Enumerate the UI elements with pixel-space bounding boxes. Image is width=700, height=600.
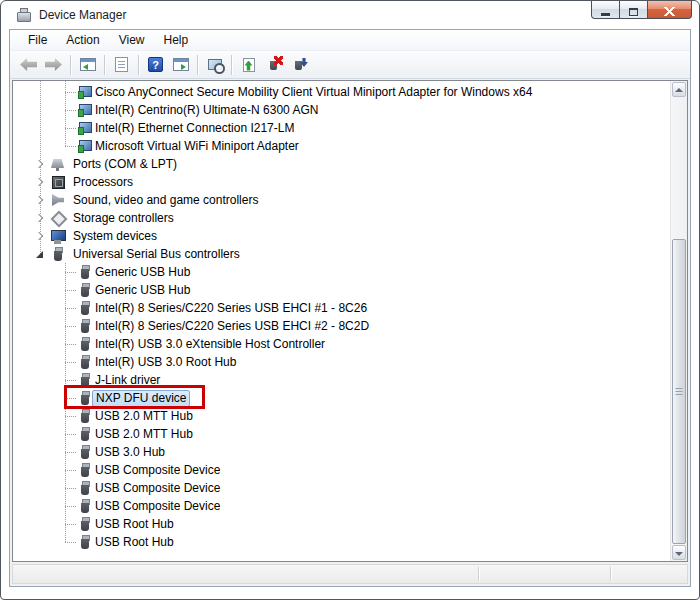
menu-file[interactable]: File xyxy=(20,31,55,49)
show-action-pane-icon xyxy=(173,58,189,71)
serial-port-icon xyxy=(50,156,66,172)
scan-hardware-changes-button[interactable] xyxy=(287,53,310,76)
arrow-down-icon xyxy=(675,552,683,556)
highlight-red-box xyxy=(64,385,205,409)
device-manager-app-icon xyxy=(16,8,32,22)
expand-toggle-icon[interactable] xyxy=(34,159,45,170)
tree-row[interactable]: USB 2.0 MTT Hub xyxy=(13,407,670,425)
tree-row[interactable]: Processors xyxy=(13,173,670,191)
uninstall-icon xyxy=(269,58,278,71)
expand-toggle-icon[interactable] xyxy=(34,195,45,206)
tree-row-label: System devices xyxy=(70,228,160,244)
tree-row[interactable]: Intel(R) 8 Series/C220 Series USB EHCI #… xyxy=(13,317,670,335)
usb-device-icon xyxy=(77,354,93,370)
show-console-tree-button[interactable] xyxy=(76,53,99,76)
help-button[interactable] xyxy=(144,53,167,76)
tree-row[interactable]: Cisco AnyConnect Secure Mobility Client … xyxy=(13,83,670,101)
tree-row[interactable]: Intel(R) Centrino(R) Ultimate-N 6300 AGN xyxy=(13,101,670,119)
back-button[interactable] xyxy=(17,53,40,76)
usb-device-icon xyxy=(77,534,93,550)
tree-row-label: USB Root Hub xyxy=(92,516,177,532)
usb-device-icon xyxy=(77,444,93,460)
client-area: File Action View Help Cisco AnyConnect S… xyxy=(9,29,691,587)
tree-row[interactable]: USB 3.0 Hub xyxy=(13,443,670,461)
tree-connector xyxy=(65,146,76,147)
menu-help[interactable]: Help xyxy=(156,31,197,49)
tree-connector xyxy=(65,434,76,435)
properties-button[interactable] xyxy=(110,53,133,76)
tree-row[interactable]: Generic USB Hub xyxy=(13,281,670,299)
tree-row-label: USB 2.0 MTT Hub xyxy=(92,408,196,424)
tree-row[interactable]: USB 2.0 MTT Hub xyxy=(13,425,670,443)
forward-button[interactable] xyxy=(42,53,65,76)
scrollbar-thumb[interactable] xyxy=(672,239,686,544)
maximize-icon xyxy=(629,8,638,16)
tree-connector xyxy=(65,524,76,525)
tree-row-label: Sound, video and game controllers xyxy=(70,192,261,208)
scroll-down-button[interactable] xyxy=(672,545,686,560)
maximize-button[interactable] xyxy=(619,1,648,19)
tree-row[interactable]: Universal Serial Bus controllers xyxy=(13,245,670,263)
tree-row-label: USB Composite Device xyxy=(92,462,223,478)
uninstall-button[interactable] xyxy=(262,53,285,76)
menu-action[interactable]: Action xyxy=(58,31,107,49)
usb-device-icon xyxy=(77,300,93,316)
tree-row[interactable]: Storage controllers xyxy=(13,209,670,227)
tree-connector xyxy=(65,416,76,417)
tree-row-label: USB Root Hub xyxy=(92,534,177,550)
tree-row-label: Generic USB Hub xyxy=(92,282,193,298)
show-action-pane-button[interactable] xyxy=(169,53,192,76)
title-bar[interactable]: Device Manager xyxy=(1,1,699,29)
menu-view[interactable]: View xyxy=(111,31,153,49)
tree-connector xyxy=(65,92,76,93)
tree-row[interactable]: Intel(R) 8 Series/C220 Series USB EHCI #… xyxy=(13,299,670,317)
window-controls xyxy=(592,1,692,19)
tree-row-label: Universal Serial Bus controllers xyxy=(70,246,243,262)
close-icon xyxy=(664,7,675,16)
console-content: Cisco AnyConnect Secure Mobility Client … xyxy=(10,79,690,586)
status-bar-separator xyxy=(610,567,611,581)
usb-device-icon xyxy=(77,282,93,298)
collapse-toggle-icon[interactable] xyxy=(34,249,45,260)
device-tree: Cisco AnyConnect Secure Mobility Client … xyxy=(12,80,688,562)
usb-device-icon xyxy=(77,426,93,442)
toolbar-separator xyxy=(197,55,198,75)
tree-row-label: Intel(R) USB 3.0 Root Hub xyxy=(92,354,239,370)
disabled-overlay-icon xyxy=(77,93,84,100)
tree-row[interactable]: USB Root Hub xyxy=(13,533,670,551)
tree-connector xyxy=(65,110,76,111)
search-computer-button[interactable] xyxy=(203,53,226,76)
tree-row[interactable]: System devices xyxy=(13,227,670,245)
tree-row-label: Storage controllers xyxy=(70,210,177,226)
minimize-button[interactable] xyxy=(591,1,620,19)
expand-toggle-icon[interactable] xyxy=(34,231,45,242)
close-button[interactable] xyxy=(647,1,692,19)
vertical-scrollbar[interactable] xyxy=(670,81,687,561)
tree-row[interactable]: Microsoft Virtual WiFi Miniport Adapter xyxy=(13,137,670,155)
toolbar-separator xyxy=(231,55,232,75)
tree-row[interactable]: Sound, video and game controllers xyxy=(13,191,670,209)
expand-toggle-icon[interactable] xyxy=(34,177,45,188)
usb-device-icon xyxy=(77,318,93,334)
arrow-up-icon xyxy=(675,88,683,92)
tree-row[interactable]: USB Root Hub xyxy=(13,515,670,533)
tree-row-label: Intel(R) Ethernet Connection I217-LM xyxy=(92,120,297,136)
tree-row[interactable]: Generic USB Hub xyxy=(13,263,670,281)
tree-row[interactable]: USB Composite Device xyxy=(13,461,670,479)
usb-device-icon xyxy=(77,462,93,478)
tree-row[interactable]: Ports (COM & LPT) xyxy=(13,155,670,173)
tree-row-label: USB 3.0 Hub xyxy=(92,444,168,460)
tree-row[interactable]: Intel(R) USB 3.0 eXtensible Host Control… xyxy=(13,335,670,353)
tree-row-label: USB 2.0 MTT Hub xyxy=(92,426,196,442)
tree-row[interactable]: USB Composite Device xyxy=(13,497,670,515)
tree-row[interactable]: USB Composite Device xyxy=(13,479,670,497)
tree-connector xyxy=(65,272,76,273)
expand-toggle-icon[interactable] xyxy=(34,213,45,224)
scroll-up-button[interactable] xyxy=(672,82,686,97)
update-driver-button[interactable] xyxy=(237,53,260,76)
tree-row[interactable]: Intel(R) USB 3.0 Root Hub xyxy=(13,353,670,371)
tree-connector xyxy=(65,326,76,327)
tree-row-label: Microsoft Virtual WiFi Miniport Adapter xyxy=(92,138,302,154)
toolbar-separator xyxy=(138,55,139,75)
tree-row[interactable]: Intel(R) Ethernet Connection I217-LM xyxy=(13,119,670,137)
